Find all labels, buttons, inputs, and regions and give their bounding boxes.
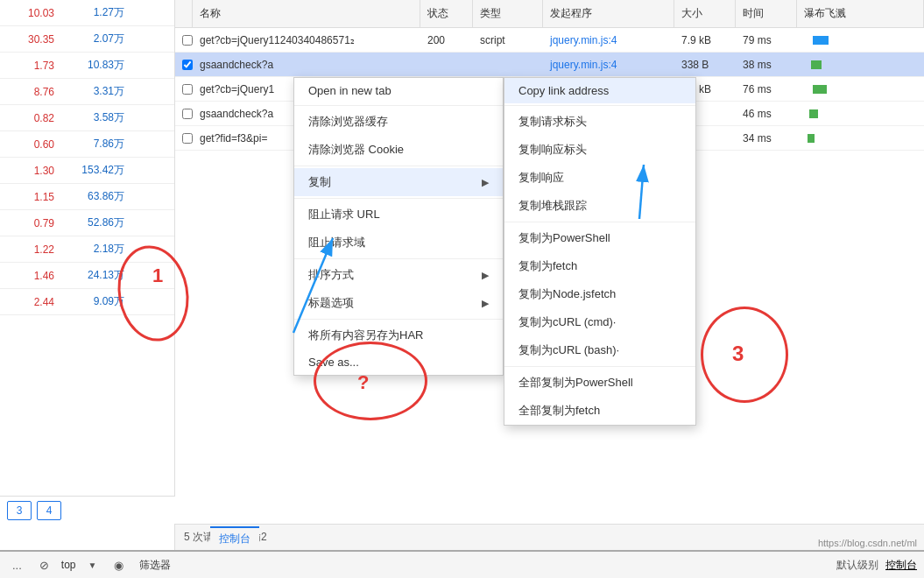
menu-copy-nodejs-fetch[interactable]: 复制为Node.jsfetch (504, 280, 695, 308)
menu-sort[interactable]: 排序方式 ▶ (294, 261, 503, 289)
table-header: 名称 状态 类型 发起程序 大小 时间 瀑布飞溅 (175, 0, 924, 28)
menu-copy-fetch[interactable]: 复制为fetch (504, 252, 695, 280)
row-time: 38 ms (736, 53, 797, 76)
menu-divider (504, 366, 695, 367)
row-checkbox (175, 77, 193, 101)
row-time: 76 ms (736, 77, 797, 101)
row-size: 338 B (674, 53, 736, 76)
menu-copy-stacktrace[interactable]: 复制堆栈跟踪 (504, 192, 695, 220)
page-4-button[interactable]: 4 (37, 501, 61, 520)
menu-clear-cookies[interactable]: 清除浏览器 Cookie (294, 136, 503, 164)
stats-row: 1.30153.42万 (0, 158, 174, 184)
row-waterfall (797, 28, 924, 52)
stats-row: 1.4624.13万 (0, 263, 174, 289)
stats-row: 0.7952.86万 (0, 210, 174, 236)
bottom-status-bar: 5 次请求 已传输2 (175, 524, 924, 550)
console-bar: ... ⊘ top ▼ ◉ 筛选器 默认级别 https://blog.csdn… (0, 550, 924, 578)
menu-divider (294, 166, 503, 166)
row-checkbox (175, 126, 193, 150)
menu-save-har[interactable]: 将所有内容另存为HAR (294, 321, 503, 349)
checkbox-header (175, 0, 193, 27)
row-checkbox (175, 53, 193, 76)
stats-row: 0.823.58万 (0, 105, 174, 131)
menu-save-as[interactable]: Save as... (294, 349, 503, 375)
context-menu-1: Open in new tab 清除浏览器缓存 清除浏览器 Cookie 复制 … (293, 77, 504, 376)
menu-copy[interactable]: 复制 ▶ (294, 168, 503, 196)
menu-divider (294, 198, 503, 199)
menu-copy-curl-cmd[interactable]: 复制为cURL (cmd)· (504, 308, 695, 336)
row-name: gsaandcheck?a (193, 53, 420, 76)
row-waterfall (797, 77, 924, 101)
stats-row: 0.607.86万 (0, 131, 174, 158)
menu-copy-all-fetch[interactable]: 全部复制为fetch (504, 397, 695, 425)
console-tab[interactable]: 控制台 (885, 558, 917, 573)
menu-divider (504, 105, 695, 106)
footer-url: https://blog.csdn.net/ml (818, 538, 917, 548)
menu-clear-cache[interactable]: 清除浏览器缓存 (294, 108, 503, 136)
menu-header-options[interactable]: 标题选项 ▶ (294, 289, 503, 317)
row-time: 79 ms (736, 28, 797, 52)
row-name: get?cb=jQuery11240340486571₂ (193, 28, 420, 52)
row-initiator[interactable]: jquery.min.js:4 (543, 28, 674, 52)
console-tab-label[interactable]: 控制台 (210, 526, 259, 550)
menu-open-new-tab[interactable]: Open in new tab (294, 78, 503, 103)
row-waterfall (797, 126, 924, 150)
row-status (420, 53, 473, 76)
menu-block-domain[interactable]: 阻止请求域 (294, 229, 503, 257)
menu-copy-response[interactable]: 复制响应 (504, 164, 695, 192)
menu-copy-powershell[interactable]: 复制为PowerShell (504, 224, 695, 252)
table-row[interactable]: get?cb=jQuery11240340486571₂ 200 script … (175, 28, 924, 53)
row-waterfall (797, 53, 924, 76)
row-checkbox (175, 28, 193, 52)
menu-divider (294, 105, 503, 106)
row-checkbox (175, 102, 193, 125)
top-label: top (61, 559, 76, 571)
row-size: 7.9 kB (674, 28, 736, 52)
header-time: 时间 (736, 0, 797, 27)
toolbar-dots[interactable]: ... (7, 557, 27, 574)
row-time: 34 ms (736, 126, 797, 150)
toolbar-eye-icon[interactable]: ◉ (109, 557, 129, 574)
header-initiator: 发起程序 (543, 0, 674, 27)
default-level-label: 默认级别 (836, 558, 878, 573)
menu-copy-curl-bash[interactable]: 复制为cURL (bash)· (504, 336, 695, 364)
menu-block-url[interactable]: 阻止请求 URL (294, 201, 503, 229)
menu-divider (294, 258, 503, 259)
stats-row: 30.352.07万 (0, 26, 174, 53)
row-status: 200 (420, 28, 473, 52)
page-3-button[interactable]: 3 (7, 501, 32, 520)
menu-copy-response-headers[interactable]: 复制响应标头 (504, 136, 695, 164)
row-initiator[interactable]: jquery.min.js:4 (543, 53, 674, 76)
menu-copy-link[interactable]: Copy link address (504, 78, 695, 103)
stats-row: 8.763.31万 (0, 79, 174, 105)
context-menu-2: Copy link address 复制请求标头 复制响应标头 复制响应 复制堆… (504, 77, 696, 426)
header-type: 类型 (473, 0, 543, 27)
row-time: 46 ms (736, 102, 797, 125)
stats-row: 1.222.18万 (0, 236, 174, 263)
row-waterfall (797, 102, 924, 125)
toolbar-dropdown-arrow[interactable]: ▼ (83, 559, 102, 572)
header-waterfall: 瀑布飞溅 (797, 0, 924, 27)
row-type: script (473, 28, 543, 52)
toolbar-block-icon[interactable]: ⊘ (34, 557, 54, 574)
row-type (473, 53, 543, 76)
menu-copy-all-powershell[interactable]: 全部复制为PowerShell (504, 369, 695, 397)
header-size: 大小 (674, 0, 736, 27)
stats-column: 10.031.27万 30.352.07万 1.7310.83万 8.763.3… (0, 0, 175, 578)
menu-divider (294, 319, 503, 320)
table-row[interactable]: gsaandcheck?a jquery.min.js:4 338 B 38 m… (175, 53, 924, 77)
menu-divider (504, 222, 695, 222)
stats-row: 2.449.09万 (0, 289, 174, 315)
menu-copy-request-headers[interactable]: 复制请求标头 (504, 108, 695, 136)
stats-row: 1.7310.83万 (0, 53, 174, 79)
header-status: 状态 (420, 0, 473, 27)
header-name: 名称 (193, 0, 420, 27)
stats-row: 1.1563.86万 (0, 184, 174, 210)
pagination: 3 4 (0, 496, 175, 524)
filter-label: 筛选器 (139, 558, 171, 573)
stats-row: 10.031.27万 (0, 0, 174, 26)
